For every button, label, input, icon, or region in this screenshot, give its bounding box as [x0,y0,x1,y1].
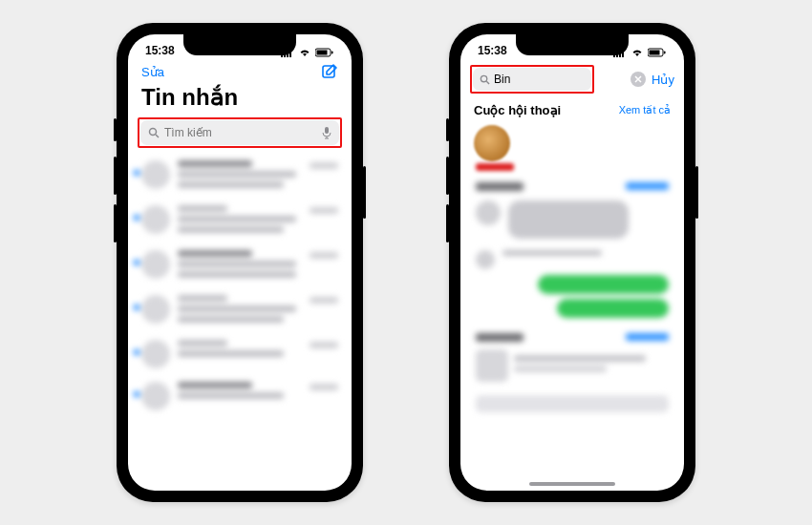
mute-switch [114,118,117,141]
list-item[interactable] [134,375,346,417]
list-item[interactable] [134,199,346,243]
svg-rect-16 [650,51,660,55]
screen-right: 15:38 [460,34,684,491]
message-bubble-outgoing [538,275,669,294]
avatar [476,200,501,225]
avatar [141,340,170,368]
clear-search-button[interactable] [630,72,646,87]
home-indicator[interactable] [529,482,615,486]
notch [183,34,296,55]
svg-point-8 [150,129,157,136]
message-bubble-outgoing [557,299,669,318]
avatar [141,205,170,234]
conversation-avatar[interactable] [474,125,510,161]
svg-rect-6 [331,52,333,54]
search-input[interactable] [494,73,585,86]
message-preview[interactable] [470,244,674,275]
svg-point-18 [481,75,486,81]
avatar [476,250,495,269]
svg-rect-17 [664,52,666,54]
section-header-conversations: Cuộc hội thoại Xem tất cả [460,97,684,121]
cancel-button[interactable]: Hủy [652,73,674,87]
list-item[interactable] [134,288,346,333]
svg-line-19 [486,81,489,84]
search-highlight [470,65,594,94]
search-highlight [138,117,342,148]
notch [516,34,629,55]
list-item[interactable] [134,243,346,288]
link-result[interactable] [470,346,674,386]
power-button [695,166,698,219]
search-input[interactable] [164,126,317,139]
wifi-icon [298,48,311,57]
avatar [141,295,170,324]
message-preview[interactable] [470,195,674,244]
avatar [141,250,170,279]
mute-switch [446,118,449,141]
status-time: 15:38 [145,44,175,57]
search-icon [480,74,490,85]
results-blurred [460,177,684,412]
nav-bar: Sửa [128,59,352,82]
battery-icon [315,48,334,57]
see-all-link[interactable]: Xem tất cả [619,104,671,116]
section-title: Cuộc hội thoại [474,103,561,117]
volume-up [114,157,117,195]
microphone-icon[interactable] [322,126,331,139]
phone-mockup-right: 15:38 [449,23,695,502]
avatar [141,382,170,410]
volume-down [446,204,449,242]
compose-icon[interactable] [321,63,338,80]
screen-left: 15:38 Sửa Tin nhắn [128,34,352,491]
search-icon [148,127,160,138]
status-time: 15:38 [478,44,507,57]
list-item[interactable] [134,154,346,199]
volume-up [446,157,449,195]
search-bar[interactable] [473,68,591,91]
svg-line-9 [156,135,159,137]
avatar [141,160,170,189]
conversation-name-blurred [476,163,514,171]
link-thumbnail [476,349,508,382]
message-list-blurred [128,154,352,417]
edit-button[interactable]: Sửa [141,65,164,79]
wifi-icon [630,48,644,57]
phone-mockup-left: 15:38 Sửa Tin nhắn [117,23,363,502]
list-item[interactable] [134,333,346,375]
volume-down [114,204,117,242]
svg-rect-5 [317,51,328,55]
page-title: Tin nhắn [128,82,352,115]
message-bubble-incoming [508,200,629,239]
battery-icon [648,48,667,57]
power-button [363,166,366,219]
search-bar[interactable] [140,120,339,145]
svg-rect-10 [325,127,329,134]
search-row: Hủy [460,59,684,97]
